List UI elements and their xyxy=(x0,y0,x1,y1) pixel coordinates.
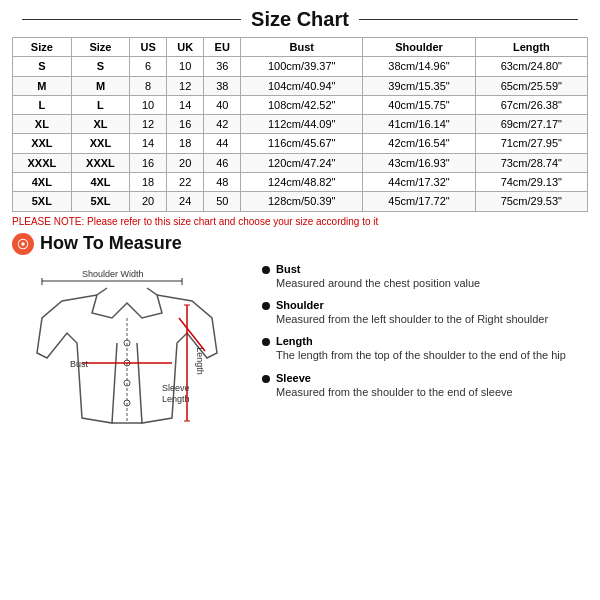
svg-text:Shoulder Width: Shoulder Width xyxy=(82,269,144,279)
measure-item: Sleeve Measured from the shoulder to the… xyxy=(262,372,588,400)
table-cell: 67cm/26.38" xyxy=(475,95,587,114)
table-cell: 40cm/15.75" xyxy=(363,95,475,114)
bullet-icon xyxy=(262,375,270,383)
svg-text:Length: Length xyxy=(195,347,205,375)
table-cell: S xyxy=(13,57,72,76)
table-cell: 63cm/24.80" xyxy=(475,57,587,76)
table-cell: 48 xyxy=(204,173,241,192)
table-cell: 14 xyxy=(130,134,167,153)
bottom-section: Shoulder Width xyxy=(12,263,588,465)
col-length: Length xyxy=(475,38,587,57)
measure-name: Bust xyxy=(276,263,480,275)
table-cell: 42 xyxy=(204,115,241,134)
table-cell: 38 xyxy=(204,76,241,95)
table-row: XXXLXXXL162046120cm/47.24"43cm/16.93"73c… xyxy=(13,153,588,172)
bullet-icon xyxy=(262,338,270,346)
table-cell: M xyxy=(71,76,130,95)
table-cell: 108cm/42.52" xyxy=(241,95,363,114)
table-cell: 50 xyxy=(204,192,241,211)
size-table: Size Size US UK EU Bust Shoulder Length … xyxy=(12,37,588,212)
table-cell: 39cm/15.35" xyxy=(363,76,475,95)
col-size2: Size xyxy=(71,38,130,57)
how-to-measure-heading: How To Measure xyxy=(12,233,588,255)
table-cell: 40 xyxy=(204,95,241,114)
table-cell: 73cm/28.74" xyxy=(475,153,587,172)
bullet-icon xyxy=(262,266,270,274)
table-cell: 22 xyxy=(166,173,204,192)
table-cell: 120cm/47.24" xyxy=(241,153,363,172)
table-cell: 45cm/17.72" xyxy=(363,192,475,211)
measure-item: Length The length from the top of the sh… xyxy=(262,335,588,363)
table-row: LL101440108cm/42.52"40cm/15.75"67cm/26.3… xyxy=(13,95,588,114)
table-cell: 44cm/17.32" xyxy=(363,173,475,192)
table-cell: 10 xyxy=(130,95,167,114)
jacket-svg: Shoulder Width xyxy=(12,263,242,463)
table-cell: 5XL xyxy=(71,192,130,211)
table-cell: 38cm/14.96" xyxy=(363,57,475,76)
table-cell: XXXL xyxy=(71,153,130,172)
table-header: Size Size US UK EU Bust Shoulder Length xyxy=(13,38,588,57)
measure-name: Sleeve xyxy=(276,372,513,384)
table-cell: 18 xyxy=(130,173,167,192)
table-cell: 36 xyxy=(204,57,241,76)
measure-desc: Measured from the shoulder to the end of… xyxy=(276,385,513,400)
table-cell: XXL xyxy=(71,134,130,153)
table-cell: 44 xyxy=(204,134,241,153)
table-cell: 5XL xyxy=(13,192,72,211)
col-bust: Bust xyxy=(241,38,363,57)
svg-text:Bust: Bust xyxy=(70,359,89,369)
table-cell: 18 xyxy=(166,134,204,153)
measure-desc: The length from the top of the shoulder … xyxy=(276,348,566,363)
table-cell: 43cm/16.93" xyxy=(363,153,475,172)
table-cell: 42cm/16.54" xyxy=(363,134,475,153)
jacket-illustration: Shoulder Width xyxy=(12,263,252,465)
table-cell: 20 xyxy=(130,192,167,211)
table-cell: 71cm/27.95" xyxy=(475,134,587,153)
table-cell: 24 xyxy=(166,192,204,211)
table-cell: 65cm/25.59" xyxy=(475,76,587,95)
table-cell: 41cm/16.14" xyxy=(363,115,475,134)
table-row: SS61036100cm/39.37"38cm/14.96"63cm/24.80… xyxy=(13,57,588,76)
measure-icon xyxy=(12,233,34,255)
measure-name: Shoulder xyxy=(276,299,548,311)
table-cell: 100cm/39.37" xyxy=(241,57,363,76)
title-row: Size Chart xyxy=(12,8,588,31)
svg-text:Length: Length xyxy=(162,394,190,404)
col-uk: UK xyxy=(166,38,204,57)
measure-content: Bust Measured around the chest position … xyxy=(276,263,480,291)
how-to-measure-title: How To Measure xyxy=(40,233,182,254)
page-title: Size Chart xyxy=(251,8,349,31)
table-cell: 112cm/44.09" xyxy=(241,115,363,134)
col-eu: EU xyxy=(204,38,241,57)
table-cell: 116cm/45.67" xyxy=(241,134,363,153)
svg-text:Sleeve: Sleeve xyxy=(162,383,190,393)
table-cell: S xyxy=(71,57,130,76)
title-line-left xyxy=(22,19,241,20)
table-cell: 14 xyxy=(166,95,204,114)
table-cell: XL xyxy=(13,115,72,134)
table-cell: XXL xyxy=(13,134,72,153)
svg-point-0 xyxy=(21,242,25,246)
circle-svg xyxy=(16,237,30,251)
svg-line-19 xyxy=(179,318,205,351)
table-row: 4XL4XL182248124cm/48.82"44cm/17.32"74cm/… xyxy=(13,173,588,192)
col-us: US xyxy=(130,38,167,57)
table-cell: 10 xyxy=(166,57,204,76)
table-cell: XL xyxy=(71,115,130,134)
table-cell: L xyxy=(71,95,130,114)
table-cell: L xyxy=(13,95,72,114)
table-cell: 69cm/27.17" xyxy=(475,115,587,134)
table-cell: 12 xyxy=(130,115,167,134)
measure-desc: Measured around the chest position value xyxy=(276,276,480,291)
measure-desc: Measured from the left shoulder to the o… xyxy=(276,312,548,327)
table-cell: 4XL xyxy=(13,173,72,192)
measure-item: Shoulder Measured from the left shoulder… xyxy=(262,299,588,327)
table-body: SS61036100cm/39.37"38cm/14.96"63cm/24.80… xyxy=(13,57,588,211)
measure-item: Bust Measured around the chest position … xyxy=(262,263,588,291)
measure-content: Sleeve Measured from the shoulder to the… xyxy=(276,372,513,400)
table-cell: 6 xyxy=(130,57,167,76)
table-cell: 74cm/29.13" xyxy=(475,173,587,192)
table-cell: 128cm/50.39" xyxy=(241,192,363,211)
table-cell: 104cm/40.94" xyxy=(241,76,363,95)
title-line-right xyxy=(359,19,578,20)
